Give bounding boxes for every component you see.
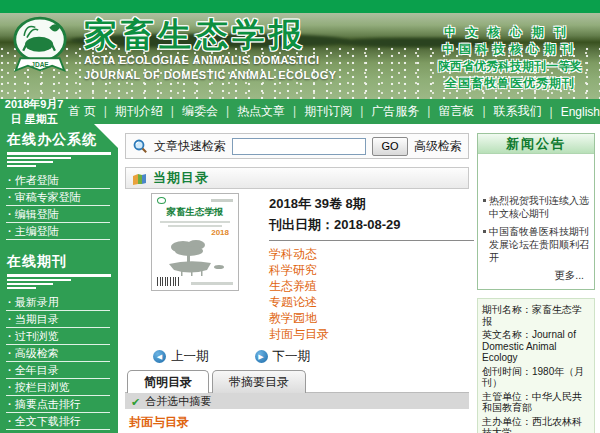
- jdae-emblem-icon: JDAE: [12, 15, 68, 79]
- cover-tree-graphic: [159, 238, 231, 278]
- decorative-lines: [0, 274, 118, 294]
- top-green-strip: [0, 0, 600, 13]
- issue-block: 家畜生态学报 2018: [125, 189, 469, 342]
- news-item[interactable]: 热烈祝贺我刊连续入选中文核心期刊: [482, 194, 590, 220]
- current-date: 2018年9月7日 星期五: [0, 97, 68, 127]
- news-announcement-box: 新闻公告 热烈祝贺我刊连续入选中文核心期刊 中国畜牧兽医科技期刊发展论坛在贵阳顺…: [477, 133, 595, 290]
- advanced-search-link[interactable]: 高级检索: [414, 138, 462, 155]
- nav-item-hot-articles[interactable]: 热点文章: [218, 103, 285, 120]
- merge-selected-bar[interactable]: 合并选中摘要: [125, 392, 469, 409]
- next-arrow-icon: [255, 350, 268, 363]
- issue-publish-date: 刊出日期：2018-08-29: [269, 216, 474, 234]
- main-content: 文章快速检索 GO 高级检索 当期目录: [118, 124, 474, 433]
- search-icon: [132, 138, 148, 154]
- journal-title-latin: ACTA ECOLOGIAE ANIMALIS DOMASTICI: [84, 53, 337, 68]
- sidebar-item-abstract-click-rank[interactable]: 摘要点击排行: [6, 396, 110, 413]
- issue-info: 2018年 39卷 8期 刊出日期：2018-08-29 学科动态 科学研究 生…: [269, 193, 474, 342]
- tab-contents-with-abstract[interactable]: 带摘要目录: [212, 370, 306, 393]
- cover-subtitle-placeholder: [160, 221, 230, 223]
- sidebar-item-fulltext-download-rank[interactable]: 全文下载排行: [6, 413, 110, 430]
- sidebar-item-annual-catalog[interactable]: 全年目录: [6, 362, 110, 379]
- previous-issue-label: 上一期: [171, 348, 209, 365]
- search-input[interactable]: [232, 138, 366, 155]
- left-sidebar: 在线办公系统 作者登陆 审稿专家登陆 编辑登陆 主编登陆 在线期刊 最新录用 当…: [0, 124, 118, 433]
- info-journal-name: 期刊名称：家畜生态学报: [482, 304, 590, 327]
- info-supervisor: 主管单位：中华人民共和国教育部: [482, 391, 590, 414]
- sidebar-item-editor-login[interactable]: 编辑登陆: [6, 206, 110, 223]
- cover-title: 家畜生态学报: [157, 206, 233, 219]
- banner: JDAE 家畜生态学报 ACTA ECOLOGIAE ANIMALIS DOMA…: [0, 13, 600, 99]
- cover-text-placeholder: [211, 199, 233, 202]
- current-issue-section-header: 当期目录: [125, 167, 469, 189]
- issue-pager: 上一期 下一期: [125, 342, 469, 365]
- nav-item-message-board[interactable]: 留言板: [419, 103, 474, 120]
- nav-item-english[interactable]: English: [542, 105, 600, 119]
- journal-title-cn: 家畜生态学报: [84, 17, 337, 53]
- sidebar-section-online-office: 在线办公系统: [0, 126, 118, 152]
- search-go-button[interactable]: GO: [372, 137, 408, 156]
- check-icon: [131, 392, 140, 410]
- prev-arrow-icon: [153, 350, 166, 363]
- column-link-special-review[interactable]: 专题论述: [269, 294, 474, 310]
- sidebar-item-author-login[interactable]: 作者登陆: [6, 172, 110, 189]
- news-more-link[interactable]: 更多...: [482, 269, 590, 287]
- sidebar-item-archive[interactable]: 过刊浏览: [6, 328, 110, 345]
- divider: [269, 240, 474, 241]
- honor-line: 全国畜牧兽医优秀期刊: [425, 75, 595, 92]
- cover-logo-icon: [157, 197, 166, 204]
- nav-item-advertising[interactable]: 广告服务: [352, 103, 419, 120]
- journal-cover-image[interactable]: 家畜生态学报 2018: [151, 193, 239, 291]
- news-list: 热烈祝贺我刊连续入选中文核心期刊 中国畜牧兽医科技期刊发展论坛在贵阳顺利召开 更…: [478, 154, 594, 289]
- cover-masthead: [157, 197, 233, 204]
- previous-issue-button[interactable]: 上一期: [153, 348, 209, 365]
- main-navbar: 2018年9月7日 星期五 首 页 期刊介绍 编委会 热点文章 期刊订阅 广告服…: [0, 99, 600, 124]
- books-icon: [132, 172, 147, 185]
- sidebar-item-chief-editor-login[interactable]: 主编登陆: [6, 223, 110, 240]
- quick-search-bar: 文章快速检索 GO 高级检索: [125, 133, 469, 159]
- sidebar-item-reviewer-login[interactable]: 审稿专家登陆: [6, 189, 110, 206]
- issue-volume-line: 2018年 39卷 8期: [269, 195, 474, 213]
- nav-item-journal-intro[interactable]: 期刊介绍: [96, 103, 163, 120]
- honor-line: 陕西省优秀科技期刊一等奖: [425, 58, 595, 75]
- info-founded: 创刊时间：1980年（月刊）: [482, 366, 590, 389]
- sidebar-item-latest-accepted[interactable]: 最新录用: [6, 294, 110, 311]
- toc-tabs: 简明目录 带摘要目录: [127, 370, 469, 393]
- column-link-ecological-breeding[interactable]: 生态养殖: [269, 278, 474, 294]
- nav-item-home[interactable]: 首 页: [68, 103, 95, 120]
- nav-menu: 首 页 期刊介绍 编委会 热点文章 期刊订阅 广告服务 留言板 联系我们 Eng…: [68, 103, 600, 120]
- nav-item-subscription[interactable]: 期刊订阅: [285, 103, 352, 120]
- info-sponsor: 主办单位：西北农林科技大学: [482, 416, 590, 433]
- sidebar-item-current-issue[interactable]: 当期目录: [6, 311, 110, 328]
- cover-barcode: [157, 277, 179, 286]
- column-link-discipline-news[interactable]: 学科动态: [269, 246, 474, 262]
- nav-item-editorial-board[interactable]: 编委会: [163, 103, 218, 120]
- journal-info-box: 期刊名称：家畜生态学报 英文名称：Journal of Domestic Ani…: [477, 298, 595, 433]
- journal-honors: 中文核心期刊 中国科技核心期刊 陕西省优秀科技期刊一等奖 全国畜牧兽医优秀期刊: [425, 24, 595, 92]
- decorative-lines: [0, 152, 118, 172]
- group-heading-cover-and-contents: 封面与目录: [125, 409, 469, 433]
- sidebar-section-online-journal: 在线期刊: [0, 248, 118, 274]
- honor-line: 中国科技核心期刊: [425, 41, 595, 58]
- tab-brief-contents[interactable]: 简明目录: [127, 370, 209, 393]
- journal-homepage: JDAE 家畜生态学报 ACTA ECOLOGIAE ANIMALIS DOMA…: [0, 0, 600, 433]
- journal-logo: JDAE: [12, 15, 68, 83]
- column-link-scientific-research[interactable]: 科学研究: [269, 262, 474, 278]
- sidebar-item-advanced-search[interactable]: 高级检索: [6, 345, 110, 362]
- next-issue-label: 下一期: [273, 348, 311, 365]
- search-label: 文章快速检索: [154, 138, 226, 155]
- current-issue-title: 当期目录: [153, 169, 209, 187]
- journal-title-en: JOURNAL OF DOMESTIC ANIMAL ECOLOGY: [84, 68, 337, 83]
- cover-publisher-placeholder: [191, 282, 233, 285]
- news-item[interactable]: 中国畜牧兽医科技期刊发展论坛在贵阳顺利召开: [482, 225, 590, 264]
- column-link-teaching-garden[interactable]: 教学园地: [269, 310, 474, 326]
- honor-line: 中文核心期刊: [425, 24, 595, 41]
- cover-year: 2018: [157, 228, 229, 237]
- banner-title-block: 家畜生态学报 ACTA ECOLOGIAE ANIMALIS DOMASTICI…: [84, 17, 337, 83]
- nav-item-contact[interactable]: 联系我们: [474, 103, 541, 120]
- column-link-cover-and-contents[interactable]: 封面与目录: [269, 326, 474, 342]
- news-announcement-header[interactable]: 新闻公告: [478, 134, 594, 154]
- next-issue-button[interactable]: 下一期: [255, 348, 311, 365]
- sidebar-item-browse-by-column[interactable]: 按栏目浏览: [6, 379, 110, 396]
- logo-acronym: JDAE: [31, 61, 49, 68]
- info-english-name: 英文名称：Journal of Domestic Animal Ecology: [482, 329, 590, 364]
